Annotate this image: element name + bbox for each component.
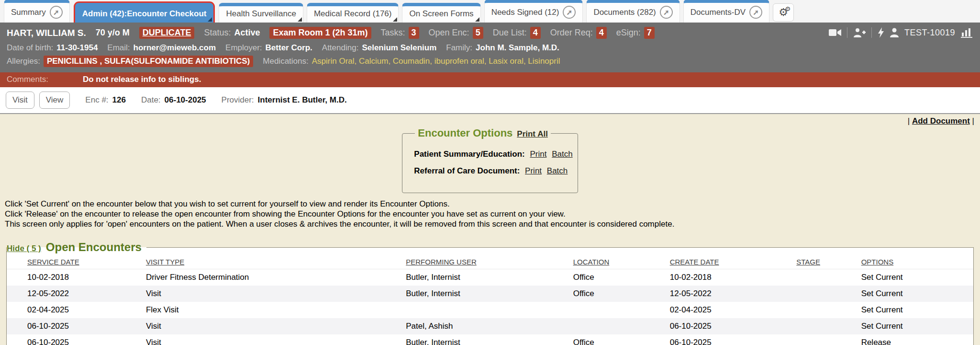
- instruction-line-1: Click 'Set Current' on the encounter bel…: [5, 199, 980, 209]
- esign-count-badge[interactable]: 7: [644, 27, 655, 39]
- cell-service-date: 06-10-2025: [7, 334, 146, 345]
- due-list-count-badge[interactable]: 4: [530, 27, 541, 39]
- cell-location: [573, 318, 670, 334]
- stats-chart-icon[interactable]: [961, 28, 972, 38]
- cell-service-date: 12-05-2022: [7, 286, 146, 302]
- patient-summary-batch-link[interactable]: Batch: [552, 150, 572, 159]
- cell-service-date: 06-10-2025: [7, 318, 146, 334]
- settings-gears-icon: ⚙: [785, 6, 791, 12]
- set-current-action[interactable]: Set Current: [861, 318, 973, 334]
- cell-performing-user: Butler, Internist: [406, 286, 573, 302]
- pipe: |: [972, 116, 974, 126]
- set-current-action[interactable]: Set Current: [861, 269, 973, 286]
- open-encounters-title: Open Encounters: [46, 241, 142, 254]
- release-action[interactable]: Release: [861, 334, 973, 345]
- medications-list[interactable]: Aspirin Oral, Calcium, Coumadin, ibuprof…: [312, 57, 560, 66]
- col-performing-user[interactable]: PERFORMING USER: [406, 254, 573, 269]
- patient-age-sex: 70 y/o M: [96, 28, 130, 38]
- view-button[interactable]: View: [39, 92, 70, 109]
- popout-arrow-icon[interactable]: ➚: [50, 6, 63, 19]
- cell-service-date: 10-02-2018: [7, 269, 146, 286]
- referral-of-care-row: Referral of Care Document: Print Batch: [414, 166, 572, 176]
- set-current-action[interactable]: Set Current: [861, 286, 973, 302]
- cell-location: Office: [573, 334, 670, 345]
- col-location[interactable]: LOCATION: [573, 254, 670, 269]
- col-create-date[interactable]: CREATE DATE: [670, 254, 797, 269]
- popout-arrow-icon[interactable]: ➚: [563, 6, 576, 19]
- enc-date-label: Date:: [141, 95, 161, 105]
- cell-location: Office: [573, 286, 670, 302]
- print-all-link[interactable]: Print All: [517, 129, 548, 139]
- cell-create-date: 02-04-2025: [670, 302, 797, 318]
- cell-performing-user: Patel, Ashish: [406, 318, 573, 334]
- visit-button[interactable]: Visit: [6, 92, 34, 109]
- set-current-action[interactable]: Set Current: [861, 302, 973, 318]
- cell-location: Office: [573, 269, 670, 286]
- popout-arrow-icon[interactable]: ➚: [660, 6, 673, 19]
- table-row: 06-10-2025 Visit Butler, Internist Offic…: [7, 334, 973, 345]
- open-encounters-table: SERVICE DATE VISIT TYPE PERFORMING USER …: [7, 254, 973, 345]
- instruction-line-2: Click 'Release' on the encounter to rele…: [5, 209, 980, 219]
- tab-admin-encounter-checkout[interactable]: Admin (42):Encounter Checkout: [75, 3, 214, 23]
- chart-tab-bar: Summary ➚ Admin (42):Encounter Checkout …: [0, 0, 980, 23]
- video-camera-icon[interactable]: [829, 28, 841, 37]
- cell-performing-user: Butler, Internist: [406, 334, 573, 345]
- patient-name: HART, WILLIAM S.: [7, 28, 86, 38]
- table-row: 02-04-2025 Flex Visit 02-04-2025 Set Cur…: [7, 302, 973, 318]
- cell-stage: [796, 269, 861, 286]
- user-icon[interactable]: [890, 28, 899, 37]
- encounter-options-panel: Encounter Options Print All Patient Summ…: [402, 127, 578, 193]
- main-content: | Add Document | Encounter Options Print…: [0, 114, 980, 345]
- col-visit-type[interactable]: VISIT TYPE: [146, 254, 406, 269]
- lightning-icon[interactable]: [878, 27, 884, 38]
- provider-label: Provider:: [222, 95, 254, 105]
- allergies-badge[interactable]: PENICILLINS , SULFA(SULFONAMIDE ANTIBIOT…: [44, 56, 253, 67]
- tasks-count-badge[interactable]: 3: [409, 27, 419, 39]
- add-person-icon[interactable]: [853, 28, 866, 37]
- esign-label: eSign:: [616, 28, 641, 38]
- employer-label: Employer:: [225, 43, 262, 53]
- referral-batch-link[interactable]: Batch: [547, 166, 568, 175]
- comments-bar: Comments: Do not release info to sibling…: [0, 72, 980, 87]
- cell-create-date: 12-05-2022: [670, 286, 797, 302]
- icon-separator: [847, 27, 847, 38]
- table-row: 06-10-2025 Visit Patel, Ashish 06-10-202…: [7, 318, 973, 334]
- cell-create-date: 06-10-2025: [670, 318, 797, 334]
- attending-label: Attending:: [322, 43, 359, 53]
- order-req-count-badge[interactable]: 4: [596, 27, 607, 39]
- referral-print-link[interactable]: Print: [525, 166, 542, 175]
- instructions-block: Click 'Set Current' on the encounter bel…: [5, 199, 980, 229]
- col-service-date[interactable]: SERVICE DATE: [7, 254, 146, 269]
- tab-summary[interactable]: Summary ➚: [4, 0, 70, 23]
- col-stage[interactable]: STAGE: [796, 254, 861, 269]
- tab-documents[interactable]: Documents (282) ➚: [586, 0, 679, 23]
- tab-health-surveillance[interactable]: Health Surveillance: [219, 3, 303, 23]
- tab-on-screen-forms-label: On Screen Forms: [409, 9, 473, 19]
- comments-value: Do not release info to siblings.: [83, 75, 201, 84]
- cell-performing-user: [406, 302, 573, 318]
- hide-encounters-link[interactable]: Hide ( 5 ): [7, 244, 41, 253]
- cell-create-date: 10-02-2018: [670, 269, 797, 286]
- cell-visit-type: Visit: [146, 286, 406, 302]
- employer-value: Better Corp.: [266, 43, 312, 53]
- tab-documents-dv[interactable]: Documents-DV ➚: [683, 0, 769, 23]
- pipe: |: [908, 116, 910, 126]
- tab-medical-record[interactable]: Medical Record (176): [307, 3, 399, 23]
- cell-visit-type: Visit: [146, 318, 406, 334]
- tab-settings-button[interactable]: ⚙ ⚙: [773, 3, 794, 22]
- patient-header: HART, WILLIAM S. 70 y/o M DUPLICATE Stat…: [0, 23, 980, 72]
- open-enc-count-badge[interactable]: 5: [473, 27, 483, 39]
- family-label: Family:: [446, 43, 472, 53]
- patient-summary-education-row: Patient Summary/Education: Print Batch: [414, 150, 572, 159]
- order-req-label: Order Req:: [550, 28, 593, 38]
- tab-on-screen-forms[interactable]: On Screen Forms: [402, 3, 480, 23]
- patient-summary-print-link[interactable]: Print: [530, 150, 546, 159]
- duplicate-badge[interactable]: DUPLICATE: [139, 27, 195, 39]
- add-document-link[interactable]: Add Document: [912, 116, 970, 126]
- tab-needs-signed[interactable]: Needs Signed (12) ➚: [484, 0, 583, 23]
- col-options[interactable]: OPTIONS: [861, 254, 973, 269]
- exam-room-badge[interactable]: Exam Room 1 (2h 31m): [269, 27, 371, 39]
- status-value: Active: [234, 28, 260, 38]
- cell-create-date: 06-10-2025: [670, 334, 797, 345]
- popout-arrow-icon[interactable]: ➚: [749, 6, 762, 19]
